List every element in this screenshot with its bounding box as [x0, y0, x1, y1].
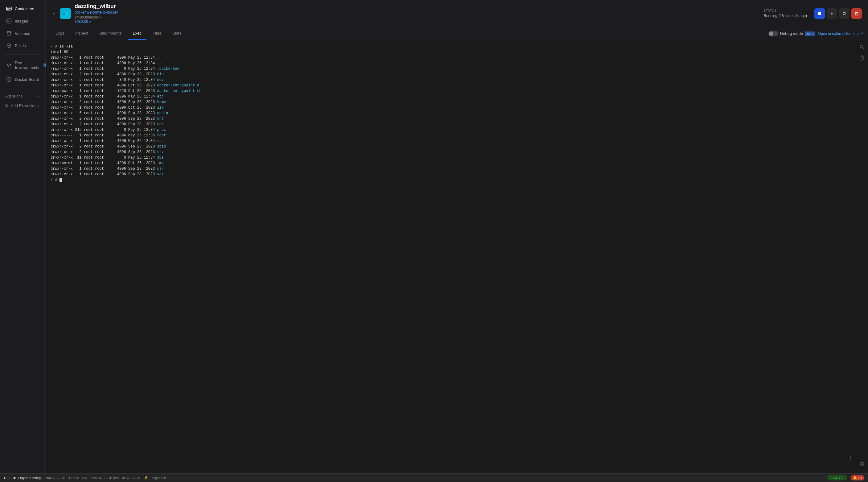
sidebar-item-builds[interactable]: Builds [2, 40, 43, 52]
svg-point-6 [7, 31, 11, 33]
terminal-content[interactable]: / # ls -la total 80 drwxr-xr-x 1 root ro… [45, 40, 434, 241]
terminal-line: dr-xr-xr-x 11 root root 0 May 25 12:34 s… [51, 155, 434, 161]
terminal-line: drwxr-xr-x 1 root root 4096 Sep 28 2023 … [51, 172, 434, 177]
terminal-line: drwxr-xr-x 5 root root 340 May 25 12:34 … [51, 77, 434, 83]
add-icon: ⊕ [4, 103, 8, 109]
svg-rect-4 [7, 19, 11, 23]
sidebar-item-label: Dev Environments [15, 60, 39, 70]
terminal-line: -rwxrwxr-x 1 root root 1620 Oct 25 2023 … [51, 88, 434, 94]
cursor [60, 178, 62, 182]
container-port-link[interactable]: 8080:80 ↗ [74, 20, 434, 24]
sidebar-item-volumes[interactable]: Volumes [2, 27, 43, 39]
container-id: 1f49d3b8ec98 ⎘ [74, 15, 434, 20]
terminal-line: drwxr-xr-x 1 root root 4096 May 25 12:34… [51, 55, 434, 60]
add-extensions-button[interactable]: ⊕ Add Extensions [0, 100, 45, 111]
sidebar-item-label: Docker Scout [15, 77, 39, 82]
svg-rect-2 [7, 9, 8, 10]
container-image-link[interactable]: docker/welcome-to-docker [74, 10, 434, 15]
terminal-line: drwxrwxrwt 1 root root 4096 Oct 25 2023 … [51, 161, 434, 166]
back-button[interactable]: ‹ [52, 9, 56, 18]
tab-bind-mounts[interactable]: Bind mounts [94, 27, 126, 40]
terminal-line: drwxr-xr-x 2 root root 4096 Sep 28 2023 … [51, 100, 434, 105]
sidebar-item-docker-scout[interactable]: Docker Scout [2, 74, 43, 85]
images-icon [6, 18, 12, 24]
terminal-line: drwxr-xr-x 1 root root 4096 May 25 12:34… [51, 138, 434, 144]
terminal-line: drwxr-xr-x 1 root root 4096 Oct 25 2023 … [51, 83, 434, 88]
container-header: ‹ dazzling_wilbur docker/welcome-to-dock… [45, 0, 434, 27]
terminal-line: drwx------ 1 root root 4096 May 25 12:35… [51, 133, 434, 138]
svg-rect-3 [9, 9, 9, 10]
sidebar-item-label: Volumes [15, 31, 30, 36]
builds-icon [6, 43, 12, 49]
svg-point-9 [8, 79, 10, 80]
sidebar-item-label: Images [15, 19, 28, 24]
tab-exec[interactable]: Exec [128, 27, 147, 40]
dev-environments-icon [6, 62, 12, 68]
terminal-final-prompt: / # [51, 177, 434, 183]
sidebar-item-containers[interactable]: Containers [2, 3, 43, 15]
terminal-line: drwxr-xr-x 2 root root 4096 Sep 28 2023 … [51, 149, 434, 155]
terminal-prompt: / # ls -la [51, 44, 434, 49]
extensions-more-icon[interactable]: ⋯ [36, 93, 41, 99]
external-link-icon: ↗ [89, 20, 91, 24]
containers-icon [6, 6, 12, 11]
sidebar-item-label: Builds [15, 44, 26, 48]
svg-line-8 [8, 63, 9, 67]
terminal-line: drwxr-xr-x 2 root root 4096 Sep 28 2023 … [51, 121, 434, 127]
terminal-line: -rwxr-xr-x 1 root root 0 May 25 12:34 .d… [51, 66, 434, 72]
copy-id-icon[interactable]: ⎘ [99, 15, 101, 20]
sidebar: Containers Images Volumes [0, 0, 45, 241]
terminal-line: drwxr-xr-x 1 root root 4096 May 25 12:34… [51, 60, 434, 66]
terminal-line: drwxr-xr-x 1 root root 4096 Sep 28 2023 … [51, 166, 434, 172]
volumes-icon [6, 31, 12, 36]
container-info: dazzling_wilbur docker/welcome-to-docker… [74, 3, 434, 24]
docker-scout-icon [6, 77, 12, 82]
sidebar-item-label: Containers [15, 6, 34, 11]
main-content: ‹ dazzling_wilbur docker/welcome-to-dock… [45, 0, 434, 241]
svg-point-7 [8, 45, 9, 46]
terminal-line: dr-xr-xr-x 215 root root 0 May 25 12:34 … [51, 127, 434, 133]
sidebar-divider [4, 54, 41, 55]
container-icon [60, 8, 71, 19]
tabs-bar: Logs Inspect Bind mounts Exec Files Stat… [45, 27, 434, 40]
tab-logs[interactable]: Logs [51, 27, 69, 40]
sidebar-item-images[interactable]: Images [2, 15, 43, 27]
extensions-section: Extensions ⋯ [0, 91, 45, 100]
tab-files[interactable]: Files [148, 27, 166, 40]
sidebar-item-dev-environments[interactable]: Dev Environments BETA [2, 57, 43, 73]
terminal-line: drwxr-xr-x 2 root root 4096 Sep 28 2023 … [51, 144, 434, 149]
terminal-total: total 80 [51, 49, 434, 55]
terminal-line: drwxr-xr-x 5 root root 4096 Sep 28 2023 … [51, 111, 434, 116]
terminal-area: / # ls -la total 80 drwxr-xr-x 1 root ro… [45, 40, 434, 241]
terminal-line: drwxr-xr-x 1 root root 4096 Oct 25 2023 … [51, 105, 434, 111]
terminal-line: drwxr-xr-x 2 root root 4096 Sep 28 2023 … [51, 72, 434, 77]
container-name: dazzling_wilbur [74, 3, 434, 9]
terminal-line: drwxr-xr-x 2 root root 4096 Sep 28 2023 … [51, 116, 434, 121]
tab-inspect[interactable]: Inspect [70, 27, 93, 40]
tab-stats[interactable]: Stats [167, 27, 186, 40]
sidebar-divider-2 [4, 88, 41, 88]
terminal-lines: drwxr-xr-x 1 root root 4096 May 25 12:34… [51, 55, 434, 177]
terminal-line: drwxr-xr-x 1 root root 4096 May 25 12:34… [51, 94, 434, 100]
